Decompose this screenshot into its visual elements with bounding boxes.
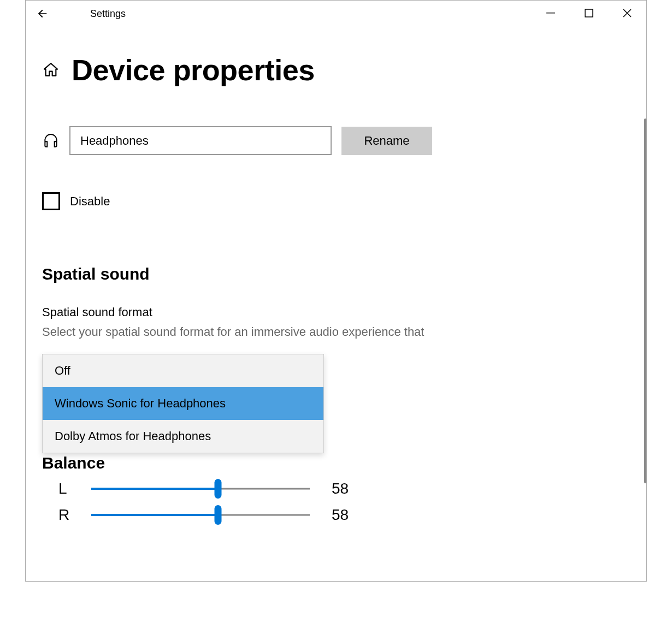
title-bar: Settings [26, 1, 646, 27]
balance-right-row: R 58 [42, 505, 630, 525]
balance-left-row: L 58 [42, 479, 630, 499]
minimize-button[interactable] [532, 1, 570, 25]
device-name-row: Rename [42, 126, 630, 155]
maximize-icon [585, 9, 593, 17]
slider-thumb[interactable] [215, 505, 222, 525]
balance-right-value: 58 [332, 506, 349, 524]
back-arrow-icon [37, 8, 49, 20]
spatial-format-dropdown[interactable]: Off Windows Sonic for Headphones Dolby A… [42, 354, 324, 453]
spatial-sound-title: Spatial sound [42, 265, 630, 283]
page-header: Device properties [42, 53, 630, 87]
device-name-input[interactable] [69, 126, 332, 155]
headphones-icon [42, 132, 60, 150]
dropdown-item-dolby-atmos[interactable]: Dolby Atmos for Headphones [43, 420, 323, 453]
balance-right-label: R [42, 506, 91, 524]
page-title: Device properties [72, 53, 315, 87]
balance-right-slider[interactable] [91, 505, 310, 525]
balance-left-value: 58 [332, 480, 349, 497]
spatial-format-description: Select your spatial sound format for an … [42, 325, 630, 339]
rename-button[interactable]: Rename [341, 127, 432, 155]
spatial-format-label: Spatial sound format [42, 305, 630, 319]
balance-left-slider[interactable] [91, 479, 310, 499]
balance-title: Balance [42, 454, 630, 472]
slider-thumb[interactable] [215, 479, 222, 499]
disable-checkbox-row[interactable]: Disable [42, 192, 630, 210]
back-button[interactable] [26, 1, 60, 27]
window-controls [532, 1, 646, 25]
svg-rect-0 [546, 13, 555, 14]
close-icon [623, 9, 632, 17]
app-title: Settings [90, 8, 126, 20]
home-icon[interactable] [42, 61, 60, 79]
dropdown-item-off[interactable]: Off [43, 354, 323, 387]
content-area: Device properties Rename Disable Spatial… [26, 27, 646, 581]
vertical-scrollbar[interactable] [644, 119, 646, 483]
close-button[interactable] [608, 1, 646, 25]
minimize-icon [546, 9, 555, 17]
svg-rect-1 [585, 9, 593, 17]
dropdown-item-windows-sonic[interactable]: Windows Sonic for Headphones [43, 387, 323, 420]
disable-checkbox-label: Disable [70, 194, 110, 209]
settings-window: Settings Device properties Rename Disabl [25, 0, 647, 582]
disable-checkbox[interactable] [42, 192, 60, 210]
maximize-button[interactable] [570, 1, 608, 25]
balance-left-label: L [42, 480, 91, 497]
